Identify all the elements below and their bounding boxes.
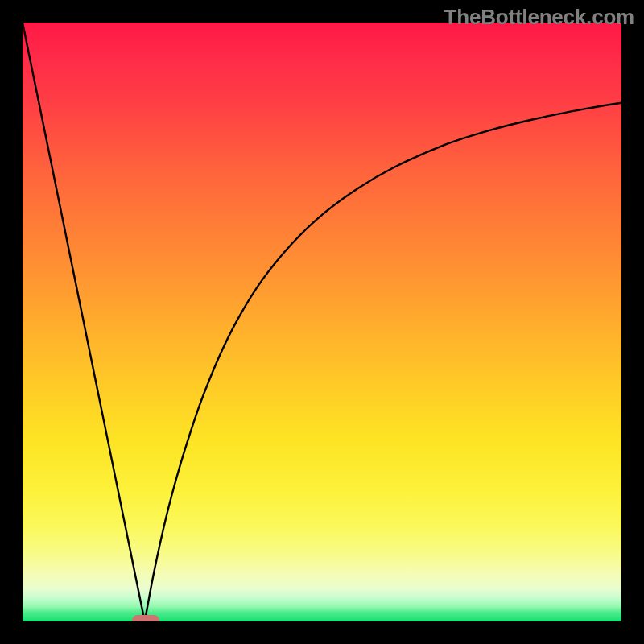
watermark-label: TheBottleneck.com [444,5,634,30]
chart-frame: TheBottleneck.com [0,0,644,644]
minimum-marker [132,615,159,622]
bottleneck-curve [23,23,621,621]
curve-svg [23,23,621,621]
plot-area [23,23,621,621]
